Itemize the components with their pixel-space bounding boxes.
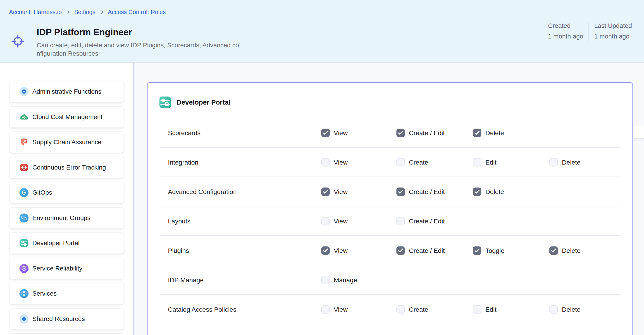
checkbox-delete[interactable] bbox=[473, 129, 481, 137]
checkbox-label: Delete bbox=[486, 129, 504, 137]
last-updated-value: 1 month ago bbox=[594, 33, 632, 40]
checkbox-edit[interactable] bbox=[473, 305, 481, 314]
checkbox-label: Delete bbox=[562, 306, 580, 313]
checkbox-view[interactable] bbox=[321, 188, 330, 196]
breadcrumb: Account: Harness.ioSettingsAccess Contro… bbox=[9, 8, 166, 16]
checkbox-edit[interactable] bbox=[473, 158, 481, 166]
checkbox-view[interactable] bbox=[321, 246, 330, 255]
checkbox-create-edit[interactable] bbox=[396, 188, 405, 196]
permission-cell: View bbox=[321, 246, 348, 255]
meta-divider bbox=[588, 22, 589, 41]
sidebar-item-administrative-functions[interactable]: Administrative Functions bbox=[10, 81, 124, 102]
created-block: Created 1 month ago bbox=[548, 22, 583, 40]
checkbox-view[interactable] bbox=[321, 217, 330, 226]
breadcrumb-link[interactable]: Account: Harness.io bbox=[9, 8, 62, 16]
checkbox-label: Delete bbox=[486, 188, 504, 196]
permission-row-label: IDP Manage bbox=[168, 276, 204, 284]
permission-row-idp-manage: IDP ManageManage bbox=[148, 265, 632, 295]
sidebar-item-service-reliability[interactable]: Service Reliability bbox=[10, 258, 124, 279]
checkbox-label: Create bbox=[409, 306, 428, 313]
breadcrumb-link[interactable]: Access Control: Roles bbox=[108, 8, 166, 16]
sidebar-item-services[interactable]: Services bbox=[10, 283, 124, 304]
sidebar-item-developer-portal[interactable]: Developer Portal bbox=[10, 232, 124, 254]
permission-cell: Delete bbox=[473, 129, 504, 137]
permission-row-label: Integration bbox=[168, 159, 198, 166]
checkbox-delete[interactable] bbox=[550, 305, 558, 314]
last-updated-block: Last Updated 1 month ago bbox=[594, 22, 632, 40]
permission-cell: Edit bbox=[473, 305, 496, 314]
breadcrumb-chevron-icon bbox=[66, 10, 70, 14]
role-description-line: nfiguration Resources bbox=[37, 49, 239, 58]
shared-resources-icon bbox=[20, 314, 28, 324]
checkbox-delete[interactable] bbox=[473, 188, 481, 196]
permission-cell: Create bbox=[396, 305, 428, 314]
checkbox-label: View bbox=[334, 188, 348, 196]
checkbox-label: Create / Edit bbox=[409, 188, 445, 196]
checkbox-label: Edit bbox=[486, 159, 496, 166]
cloud-dollar-icon: $ bbox=[20, 112, 28, 122]
checkbox-view[interactable] bbox=[321, 305, 330, 314]
checkbox-label: Toggle bbox=[486, 247, 504, 254]
checkbox-view[interactable] bbox=[321, 129, 330, 137]
permission-cell: Create / Edit bbox=[396, 217, 445, 226]
page-title: IDP Platform Engineer bbox=[37, 27, 132, 37]
breadcrumb-link[interactable]: Settings bbox=[74, 8, 96, 16]
environment-groups-icon bbox=[20, 214, 28, 222]
sidebar-item-partial[interactable] bbox=[10, 334, 124, 335]
checkbox-delete[interactable] bbox=[550, 158, 558, 166]
checkbox-toggle[interactable] bbox=[473, 246, 481, 255]
sidebar-item-gitops[interactable]: GitOps bbox=[10, 182, 124, 203]
developer-portal-icon bbox=[20, 238, 28, 248]
sidebar-item-continuous-error-tracking[interactable]: Continuous Error Tracking bbox=[10, 157, 124, 178]
checkbox-label: Delete bbox=[562, 159, 580, 166]
role-target-icon bbox=[11, 34, 25, 50]
permission-cell: Delete bbox=[550, 246, 580, 255]
permission-row-plugins: PluginsViewCreate / EditToggleDelete bbox=[148, 236, 632, 265]
checkbox-create-edit[interactable] bbox=[396, 246, 405, 255]
permissions-table: ScorecardsViewCreate / EditDeleteIntegra… bbox=[148, 118, 632, 324]
checkbox-create[interactable] bbox=[396, 158, 405, 166]
gitops-icon bbox=[20, 188, 28, 197]
checkbox-label: View bbox=[334, 159, 348, 166]
checkbox-label: View bbox=[334, 218, 348, 225]
checkbox-create[interactable] bbox=[396, 305, 405, 314]
permission-row-layouts: LayoutsViewCreate / Edit bbox=[148, 206, 632, 236]
checkbox-create-edit[interactable] bbox=[396, 217, 405, 226]
permission-row-advanced-configuration: Advanced ConfigurationViewCreate / EditD… bbox=[148, 177, 632, 206]
developer-portal-icon bbox=[158, 96, 172, 109]
permission-cell: View bbox=[321, 129, 348, 137]
permission-cell: Create / Edit bbox=[396, 129, 445, 137]
permission-cell: Toggle bbox=[473, 246, 504, 255]
role-description: Can create, edit, delete and view IDP Pl… bbox=[37, 41, 239, 58]
permission-row-label: Advanced Configuration bbox=[168, 188, 237, 196]
checkbox-create-edit[interactable] bbox=[396, 129, 405, 137]
checkbox-label: View bbox=[334, 247, 348, 254]
breadcrumb-chevron-icon bbox=[100, 10, 104, 14]
checkbox-view[interactable] bbox=[321, 158, 330, 166]
created-value: 1 month ago bbox=[548, 33, 583, 40]
checkbox-label: View bbox=[334, 306, 348, 313]
permission-cell: Create / Edit bbox=[396, 188, 445, 196]
sidebar-item-label: Service Reliability bbox=[32, 265, 82, 272]
permission-row-label: Scorecards bbox=[168, 129, 200, 137]
permission-cell: Delete bbox=[550, 158, 580, 166]
sidebar-item-supply-chain-assurance[interactable]: Supply Chain Assurance bbox=[10, 132, 124, 153]
resource-sidebar: Administrative Functions$Cloud Cost Mana… bbox=[0, 63, 134, 335]
sidebar-item-label: Developer Portal bbox=[32, 240, 80, 247]
sidebar-item-environment-groups[interactable]: Environment Groups bbox=[10, 207, 124, 228]
checkbox-label: Create bbox=[409, 159, 428, 166]
sidebar-item-cloud-cost-management[interactable]: $Cloud Cost Management bbox=[10, 106, 124, 128]
permission-row-label: Layouts bbox=[168, 218, 190, 225]
page-header: Account: Harness.ioSettingsAccess Contro… bbox=[0, 0, 644, 63]
sidebar-item-label: Environment Groups bbox=[32, 214, 90, 222]
permission-cell: Delete bbox=[550, 305, 580, 314]
page: Account: Harness.ioSettingsAccess Contro… bbox=[0, 0, 644, 335]
services-icon bbox=[20, 289, 28, 298]
gear-icon bbox=[20, 87, 28, 96]
permission-cell: Create / Edit bbox=[396, 246, 445, 255]
service-reliability-icon bbox=[20, 264, 28, 273]
checkbox-manage[interactable] bbox=[321, 276, 330, 284]
checkbox-label: Edit bbox=[486, 306, 496, 313]
checkbox-delete[interactable] bbox=[550, 246, 558, 255]
sidebar-item-shared-resources[interactable]: Shared Resources bbox=[10, 308, 124, 330]
